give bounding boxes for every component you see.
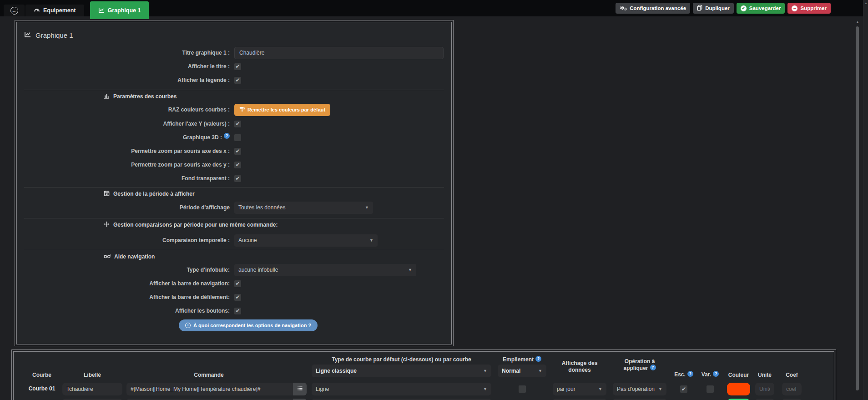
reset-colors-button[interactable]: Remettre les couleurs par défaut [234,104,330,116]
duplicate-label: Dupliquer [705,5,730,11]
comparaison-temporelle-label: Comparaison temporelle : [24,237,234,243]
section-gestion-periode: Gestion de la période à afficher [24,187,444,198]
curve-name: Courbe 01 [23,385,61,392]
field-barre-navigation: Afficher la barre de navigation: [24,277,444,290]
coef-input[interactable] [782,383,802,395]
nav-bar-checkbox[interactable] [234,280,241,287]
zoom-x-checkbox[interactable] [234,148,241,155]
advanced-config-label: Configuration avancée [630,5,686,11]
curve-row-1: Courbe 01 Ligne ▼ par jour ▼ [19,381,834,397]
graph-3d-checkbox[interactable] [234,134,241,141]
navigation-help-button[interactable]: i À quoi correspondent les options de na… [179,319,318,331]
glasses-icon [104,253,111,260]
field-raz-couleurs: RAZ couleurs courbes : Remettre les coul… [24,102,444,117]
field-fond-transparent: Fond transparent : [24,172,444,185]
zoom-y-checkbox[interactable] [234,162,241,168]
info-icon: i [185,323,191,328]
default-curve-type-select[interactable]: Ligne classique ▼ [312,365,491,377]
help-icon[interactable]: ? [650,365,656,370]
header-courbe: Courbe [23,372,61,378]
field-axe-y: Afficher l'axe Y (valeurs) : [24,117,444,131]
content-scrollbar-thumb[interactable] [856,26,859,390]
reset-colors-label: Remettre les couleurs par défaut [247,107,325,112]
graph-title-input[interactable] [234,47,444,59]
zoom-x-label: Permettre zoom par souris axe des x : [24,148,234,154]
esc-checkbox[interactable] [680,385,687,393]
operation-select[interactable]: Pas d'opération ▼ [613,383,666,395]
tab-strip: ← Equipement Graphique 1 [4,0,149,19]
command-picker-button[interactable] [293,383,307,395]
titre-graphique-label: Titre graphique 1 : [24,50,234,56]
barre-defilement-label: Afficher la barre de défilement: [24,294,234,300]
color-swatch[interactable] [727,383,750,395]
stacking-select[interactable]: Normal ▼ [498,365,546,377]
section-gestion-periode-label: Gestion de la période à afficher [113,191,195,197]
help-icon[interactable]: ? [224,133,230,139]
duplicate-button[interactable]: Dupliquer [693,3,734,14]
curves-table-panel: Courbe Libellé Commande Type de courbe p… [11,349,836,400]
delete-button[interactable]: − Supprimer [787,3,831,14]
field-graphique-3d: Graphique 3D :? [24,131,444,144]
axe-y-label: Afficher l'axe Y (valeurs) : [24,121,234,127]
paint-roller-icon [239,106,245,113]
color-cell [727,383,750,395]
help-icon[interactable]: ? [713,371,719,377]
curve-type-select[interactable]: Ligne ▼ [312,383,491,395]
display-period-select[interactable]: Toutes les données ▼ [234,202,373,214]
copy-icon [697,5,702,12]
caret-down-icon: ▼ [483,369,487,373]
tab-equipement-label: Equipement [43,7,76,14]
bar-chart-icon [104,93,110,100]
scroll-up-arrow[interactable]: ▲ [855,20,860,24]
caret-down-icon: ▼ [658,387,662,391]
content-scrollbar: ▲ [855,20,860,400]
caret-down-icon: ▼ [538,369,542,373]
scroll-up-arrow[interactable]: ▲ [863,1,868,5]
tab-equipement[interactable]: Equipement [25,5,84,16]
show-legend-checkbox[interactable] [234,77,241,84]
show-buttons-checkbox[interactable] [234,308,241,314]
fond-transparent-label: Fond transparent : [24,175,234,182]
curve-label-input[interactable] [62,383,122,395]
graph-settings-panel: Graphique 1 Titre graphique 1 : Afficher… [15,20,454,346]
var-checkbox[interactable] [707,385,714,393]
graphique-3d-label: Graphique 3D :? [24,134,234,141]
back-tab[interactable]: ← [4,5,25,16]
barre-navigation-label: Afficher la barre de navigation: [24,280,234,287]
section-comparaison-label: Gestion comparaisons par période pour un… [113,222,278,228]
section-parametres-courbes-label: Paramètres des courbes [113,93,177,100]
advanced-config-button[interactable]: Configuration avancée [616,3,690,14]
type-infobulle-label: Type d'infobulle: [24,267,234,273]
header-libelle: Libellé [62,372,122,378]
stacking-cell [498,385,546,393]
data-display-select[interactable]: par jour ▼ [553,383,606,395]
help-icon[interactable]: ? [687,371,693,377]
show-title-checkbox[interactable] [234,63,241,70]
help-icon[interactable]: ? [535,356,541,362]
show-y-axis-checkbox[interactable] [234,121,241,127]
tab-graphique-1[interactable]: Graphique 1 [90,1,149,19]
curves-table-header: Courbe Libellé Commande Type de courbe p… [19,354,834,381]
chart-line-icon [24,31,31,40]
command-field [126,383,307,395]
header-affichage-donnees: Affichage desdonnées [553,360,606,374]
caret-down-icon: ▼ [365,205,369,210]
field-zoom-x: Permettre zoom par souris axe des x : [24,144,444,158]
header-operation: Opération àappliquer? [613,358,666,372]
caret-down-icon: ▼ [369,238,373,243]
field-afficher-legende: Afficher la légende : [24,73,444,87]
transparent-bg-checkbox[interactable] [234,175,241,182]
afficher-titre-label: Afficher le titre : [24,63,234,70]
gears-icon [620,5,627,12]
save-button[interactable]: ✔ Sauvegarder [737,3,785,14]
raz-couleurs-label: RAZ couleurs courbes : [24,106,234,113]
tooltip-type-select[interactable]: aucune infobulle ▼ [234,264,416,276]
afficher-boutons-label: Afficher les boutons: [24,308,234,314]
header-couleur: Couleur [727,372,750,378]
stacking-checkbox[interactable] [519,385,526,393]
unit-input[interactable] [755,383,774,395]
scrollbar-checkbox[interactable] [234,294,241,301]
command-input[interactable] [126,383,293,395]
periode-affichage-label: Période d'affichage [24,204,234,211]
temporal-comparison-select[interactable]: Aucune ▼ [234,234,378,247]
